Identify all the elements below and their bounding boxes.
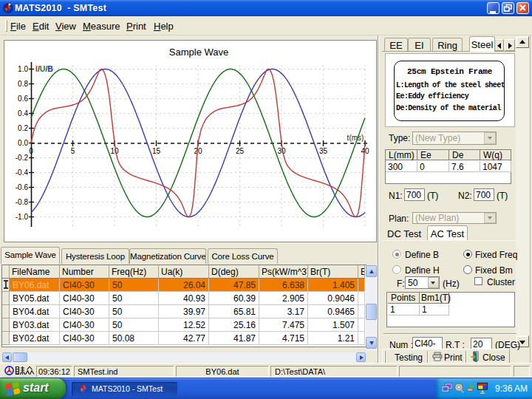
svg-text:Sample Wave: Sample Wave: [169, 47, 228, 58]
svg-text:I/U/B: I/U/B: [35, 64, 53, 73]
svg-text:25: 25: [236, 147, 245, 155]
svg-text:1.0: 1.0: [18, 65, 28, 73]
svg-text:15: 15: [152, 147, 161, 155]
svg-text:0.2: 0.2: [18, 124, 28, 132]
svg-text:-0.6: -0.6: [16, 183, 29, 191]
svg-text:0.4: 0.4: [18, 109, 28, 117]
svg-text:0: 0: [29, 147, 33, 155]
svg-text:0.0: 0.0: [18, 139, 28, 147]
svg-text:5: 5: [71, 147, 75, 155]
svg-text:-1.0: -1.0: [16, 213, 29, 221]
svg-text:t(ms): t(ms): [347, 134, 364, 142]
svg-text:10: 10: [110, 147, 119, 155]
svg-text:-0.4: -0.4: [16, 168, 29, 177]
svg-text:20: 20: [194, 147, 202, 155]
svg-text:0.6: 0.6: [18, 95, 28, 103]
svg-text:-0.8: -0.8: [16, 198, 29, 206]
svg-text:30: 30: [277, 147, 286, 155]
svg-text:0.8: 0.8: [18, 80, 28, 88]
svg-text:-0.2: -0.2: [16, 154, 29, 162]
svg-text:40: 40: [361, 147, 369, 155]
svg-text:35: 35: [319, 147, 328, 155]
